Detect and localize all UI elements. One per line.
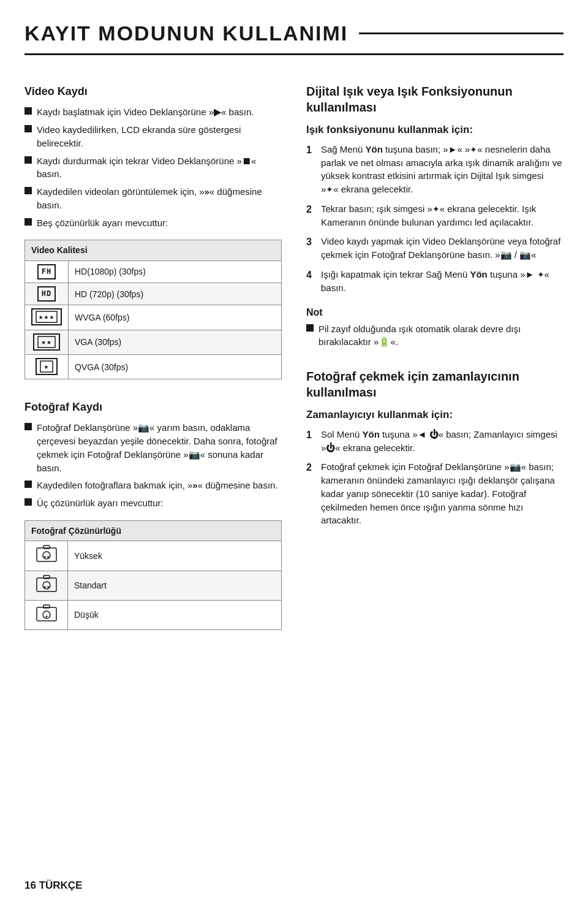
zamanlayici-subtitle: Zamanlayıcıyı kullanmak için:	[306, 408, 564, 423]
table-row: ★★ VGA (30fps)	[25, 330, 282, 354]
icon-cell: ★	[25, 355, 69, 379]
standart-icon: ★★	[36, 574, 58, 594]
vga-icon: ★★	[33, 333, 60, 351]
quality-label: QVGA (30fps)	[69, 355, 282, 379]
note-content: Pil zayıf olduğunda ışık otomatik olarak…	[306, 322, 564, 349]
zamanlayici-steps-list: 1 Sol Menü Yön tuşuna »◄ ⏻« basın; Zaman…	[306, 428, 564, 533]
table-row: FH HD(1080p) (30fps)	[25, 260, 282, 283]
list-item: Fotoğraf Deklanşörüne »📷« yarım basın, o…	[24, 421, 282, 474]
list-item: Kaydedilen fotoğraflara bakmak için, »»«…	[24, 479, 282, 492]
svg-text:★★: ★★	[43, 583, 50, 590]
bullet-icon	[24, 218, 32, 226]
hd-icon: HD	[37, 286, 56, 302]
bullet-icon	[24, 156, 32, 164]
bullet-text: Video kaydedilirken, LCD ekranda süre gö…	[37, 123, 282, 150]
table-row: ★ QVGA (30fps)	[25, 355, 282, 379]
list-item: 1 Sol Menü Yön tuşuna »◄ ⏻« basın; Zaman…	[306, 428, 564, 455]
quality-label: Yüksek	[68, 541, 282, 571]
bullet-icon	[24, 498, 32, 506]
page-title: KAYIT MODUNUN KULLANIMI	[24, 18, 564, 55]
left-column: Video Kaydı Kaydı başlatmak için Video D…	[24, 72, 282, 639]
svg-rect-11	[43, 576, 50, 579]
list-item: 3 Video kaydı yapmak için Video Deklanşö…	[306, 235, 564, 262]
icon-cell: HD	[25, 283, 69, 305]
icon-cell: ★★	[25, 571, 68, 600]
list-item: Video kaydedilirken, LCD ekranda süre gö…	[24, 123, 282, 150]
fh-icon: FH	[37, 264, 56, 279]
list-item: 1 Sağ Menü Yön tuşuna basın; »►« »✦« nes…	[306, 143, 564, 196]
quality-label: HD (720p) (30fps)	[69, 283, 282, 305]
table-row: ★★★ WVGA (60fps)	[25, 305, 282, 330]
bullet-icon	[24, 423, 32, 430]
step-text: Sağ Menü Yön tuşuna basın; »►« »✦« nesne…	[321, 143, 564, 196]
list-item: 4 Işığı kapatmak için tekrar Sağ Menü Yö…	[306, 268, 564, 295]
bullet-icon	[24, 481, 32, 488]
step-text: Fotoğraf çekmek için Fotoğraf Deklanşörü…	[321, 460, 564, 527]
video-table-heading: Video Kalitesi	[25, 240, 282, 260]
list-item: Kaydı başlatmak için Video Deklanşörüne …	[24, 105, 282, 119]
svg-rect-15	[43, 605, 50, 608]
quality-label: VGA (30fps)	[69, 330, 282, 354]
svg-text:★★: ★★	[43, 553, 50, 560]
qvga-icon: ★	[36, 358, 58, 375]
svg-text:★: ★	[45, 613, 48, 619]
quality-label: WVGA (60fps)	[69, 305, 282, 330]
video-bullet-list: Kaydı başlatmak için Video Deklanşörüne …	[24, 105, 282, 234]
bullet-text: Fotoğraf Deklanşörüne »📷« yarım basın, o…	[37, 421, 282, 474]
bullet-text: Kaydı başlatmak için Video Deklanşörüne …	[37, 105, 254, 119]
svg-text:★: ★	[44, 362, 50, 371]
table-row: HD HD (720p) (30fps)	[25, 283, 282, 305]
step-text: Tekrar basın; ışık simgesi »✦« ekrana ge…	[321, 202, 564, 229]
note-box: Not Pil zayıf olduğunda ışık otomatik ol…	[306, 305, 564, 349]
list-item: Kaydı durdurmak için tekrar Video Deklan…	[24, 154, 282, 181]
not-label: Not	[306, 305, 564, 319]
list-item: Üç çözünürlük ayarı mevcuttur:	[24, 496, 282, 510]
note-text: Pil zayıf olduğunda ışık otomatik olarak…	[318, 322, 564, 349]
step-text: Video kaydı yapmak için Video Deklanşörü…	[321, 235, 564, 262]
table-row: ★★ Yüksek	[25, 541, 282, 571]
quality-label: Standart	[68, 571, 282, 600]
title-underline	[359, 32, 564, 34]
dijital-subtitle: Işık fonksiyonunu kullanmak için:	[306, 123, 564, 138]
photo-bullet-list: Fotoğraf Deklanşörüne »📷« yarım basın, o…	[24, 421, 282, 514]
wvga-icon: ★★★	[31, 308, 62, 325]
bullet-text: Kaydedilen fotoğraflara bakmak için, »»«…	[37, 479, 278, 492]
zamanlayici-section-title: Fotoğraf çekmek için zamanlayıcının kull…	[306, 368, 564, 400]
photo-quality-table: Fotoğraf Çözünürlüğü ★★ Y	[24, 520, 282, 630]
title-text: KAYIT MODUNUN KULLANIMI	[24, 18, 348, 48]
table-row: ★ Düşük	[25, 600, 282, 629]
content-area: Video Kaydı Kaydı başlatmak için Video D…	[24, 72, 564, 639]
icon-cell: FH	[25, 260, 69, 283]
step-number: 1	[306, 143, 316, 157]
right-column: Dijital Işık veya Işık Fonksiyonunun kul…	[306, 72, 564, 639]
yuksek-icon: ★★	[36, 544, 58, 564]
step-number: 2	[306, 202, 316, 216]
icon-cell: ★★	[25, 541, 68, 571]
photo-section-heading: Fotoğraf Kaydı	[24, 399, 282, 415]
footer-text: 16 TÜRKÇE	[24, 880, 82, 891]
bullet-icon	[24, 187, 32, 194]
dusuk-icon: ★	[36, 604, 58, 623]
dijital-title-text: Dijital Işık veya Işık Fonksiyonunun kul…	[306, 85, 513, 114]
step-number: 2	[306, 460, 316, 474]
step-number: 3	[306, 235, 316, 249]
list-item: 2 Fotoğraf çekmek için Fotoğraf Deklanşö…	[306, 460, 564, 527]
icon-cell: ★	[25, 600, 68, 629]
video-section-heading: Video Kaydı	[24, 83, 282, 99]
icon-cell: ★★	[25, 330, 69, 354]
photo-table-heading: Fotoğraf Çözünürlüğü	[25, 520, 282, 541]
step-text: Sol Menü Yön tuşuna »◄ ⏻« basın; Zamanla…	[321, 428, 564, 455]
dijital-steps-list: 1 Sağ Menü Yön tuşuna basın; »►« »✦« nes…	[306, 143, 564, 301]
table-row: ★★ Standart	[25, 571, 282, 600]
quality-label: Düşük	[68, 600, 282, 629]
bullet-text: Kaydı durdurmak için tekrar Video Deklan…	[37, 154, 282, 181]
svg-text:★★★: ★★★	[39, 312, 55, 321]
video-quality-table: Video Kalitesi FH HD(1080p) (30fps) HD	[24, 240, 282, 379]
bullet-text: Üç çözünürlük ayarı mevcuttur:	[37, 496, 164, 510]
bullet-icon	[24, 125, 32, 132]
svg-rect-7	[43, 545, 50, 549]
zamanlayici-title-text: Fotoğraf çekmek için zamanlayıcının kull…	[306, 370, 519, 399]
svg-text:★★: ★★	[41, 337, 52, 346]
bullet-text: Kaydedilen videoları görüntülemek için, …	[37, 185, 282, 212]
bullet-icon	[306, 324, 314, 332]
